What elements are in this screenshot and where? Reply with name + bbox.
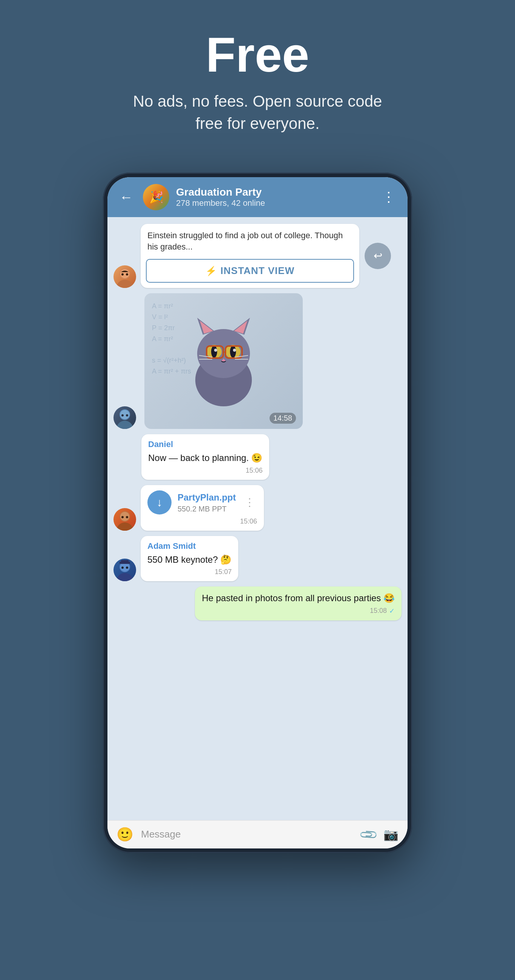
- instant-view-label: INSTANT VIEW: [220, 265, 295, 277]
- message-input-bar: 🙂 Message 📎 📷: [107, 820, 408, 848]
- svg-point-36: [116, 573, 133, 581]
- sticker-row: A = πr²V = l²P = 2πrA = πr² s = √(r²+h²)…: [113, 293, 402, 429]
- message-time: 15:06: [148, 467, 262, 474]
- hero-subtitle: No ads, no fees. Open source code free f…: [126, 91, 389, 135]
- svg-point-33: [121, 516, 124, 518]
- svg-point-4: [126, 273, 128, 275]
- instant-view-button[interactable]: ⚡ INSTANT VIEW: [146, 259, 354, 283]
- read-tick-icon: ✓: [389, 607, 395, 615]
- group-status: 278 members, 42 online: [176, 198, 372, 208]
- file-size: 550.2 MB PPT: [178, 505, 236, 513]
- message-bubble: Daniel Now — back to planning. 😉 15:06: [141, 434, 269, 480]
- math-background: A = πr²V = l²P = 2πrA = πr² s = √(r²+h²)…: [144, 293, 303, 429]
- message-bubble: Adam Smidt 550 MB keynote? 🤔 15:07: [140, 536, 238, 582]
- chat-body: Einstein struggled to find a job out of …: [107, 217, 408, 820]
- file-name: PartyPlan.ppt: [178, 492, 236, 503]
- message-row: Adam Smidt 550 MB keynote? 🤔 15:07: [113, 536, 402, 582]
- message-text: 550 MB keynote? 🤔: [147, 553, 231, 566]
- chat-header: ← 🎉 Graduation Party 278 members, 42 onl…: [107, 177, 408, 217]
- file-bubble: ↓ PartyPlan.ppt 550.2 MB PPT ⋮ 15:06: [140, 485, 264, 531]
- file-info: PartyPlan.ppt 550.2 MB PPT: [178, 492, 236, 513]
- svg-point-38: [121, 566, 124, 569]
- group-avatar: 🎉: [143, 184, 169, 210]
- avatar: [113, 266, 136, 288]
- sticker-container: A = πr²V = l²P = 2πrA = πr² s = √(r²+h²)…: [144, 293, 303, 429]
- phone-wrapper: ← 🎉 Graduation Party 278 members, 42 onl…: [0, 173, 515, 853]
- header-info: Graduation Party 278 members, 42 online: [176, 186, 372, 208]
- svg-point-2: [120, 269, 129, 278]
- hero-title: Free: [126, 30, 389, 79]
- self-message-bubble: He pasted in photos from all previous pa…: [195, 587, 402, 620]
- link-preview-bubble: Einstein struggled to find a job out of …: [140, 224, 359, 288]
- file-options-button[interactable]: ⋮: [242, 496, 257, 509]
- attach-button[interactable]: 📎: [358, 824, 378, 845]
- avatar: [113, 508, 136, 531]
- back-button[interactable]: ←: [116, 188, 136, 207]
- avatar: [113, 558, 136, 581]
- svg-point-8: [121, 414, 124, 417]
- message-text: He pasted in photos from all previous pa…: [202, 592, 395, 605]
- svg-point-39: [126, 566, 128, 569]
- message-sender: Adam Smidt: [147, 541, 231, 551]
- share-button[interactable]: ↩: [365, 243, 391, 269]
- message-row-self: He pasted in photos from all previous pa…: [113, 587, 402, 620]
- svg-point-31: [116, 522, 133, 531]
- hero-section: Free No ads, no fees. Open source code f…: [110, 0, 405, 158]
- sticker-time: 14:58: [269, 413, 296, 424]
- svg-point-6: [116, 421, 133, 429]
- more-options-button[interactable]: ⋮: [379, 188, 399, 207]
- message-time: 15:08 ✓: [202, 607, 395, 615]
- message-sender: Daniel: [148, 439, 262, 449]
- avatar: [113, 406, 136, 429]
- svg-point-3: [121, 273, 124, 275]
- message-row: Einstein struggled to find a job out of …: [113, 224, 402, 288]
- bolt-icon: ⚡: [206, 266, 217, 276]
- download-button[interactable]: ↓: [147, 490, 172, 514]
- message-time: 15:07: [147, 568, 231, 576]
- message-row: Daniel Now — back to planning. 😉 15:06: [141, 434, 402, 480]
- message-row: ↓ PartyPlan.ppt 550.2 MB PPT ⋮ 15:06: [113, 485, 402, 531]
- svg-point-34: [126, 516, 128, 518]
- file-time: 15:06: [147, 517, 257, 525]
- emoji-button[interactable]: 🙂: [116, 827, 134, 842]
- svg-point-9: [126, 414, 128, 417]
- group-name: Graduation Party: [176, 186, 372, 199]
- message-text: Now — back to planning. 😉: [148, 452, 262, 465]
- svg-point-1: [116, 280, 133, 288]
- svg-point-7: [120, 410, 129, 419]
- message-input[interactable]: Message: [141, 829, 353, 840]
- phone-frame: ← 🎉 Graduation Party 278 members, 42 onl…: [103, 173, 412, 853]
- link-preview-text: Einstein struggled to find a job out of …: [140, 224, 359, 259]
- svg-rect-41: [121, 560, 129, 563]
- svg-point-32: [120, 512, 129, 521]
- camera-button[interactable]: 📷: [383, 827, 399, 842]
- phone-screen: ← 🎉 Graduation Party 278 members, 42 onl…: [107, 177, 408, 848]
